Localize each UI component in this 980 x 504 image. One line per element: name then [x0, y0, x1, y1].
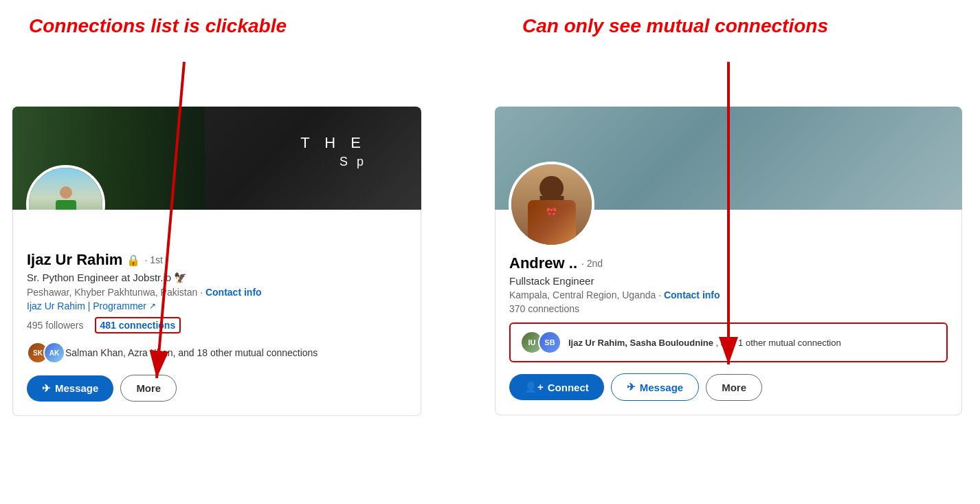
left-profile-location: Peshawar, Khyber Pakhtunwa, Pakistan · C…	[27, 287, 407, 298]
right-contact-link[interactable]: Contact info	[664, 289, 720, 300]
right-mutual-names: Ijaz Ur Rahim, Sasha Bouloudnine	[568, 338, 713, 348]
left-more-button[interactable]: More	[120, 375, 177, 402]
right-profile-panel: 🎀 Andrew .. · 2nd Fullstack Engineer Kam…	[495, 107, 962, 415]
right-mutual-rest: , and 1 other mutual connection	[716, 338, 841, 348]
avatar-image-right: 🎀	[511, 164, 592, 245]
banner-text-sp: S p	[339, 155, 366, 169]
right-profile-location: Kampala, Central Region, Uganda · Contac…	[509, 289, 948, 300]
right-name-row: Andrew .. · 2nd	[509, 254, 948, 272]
right-action-buttons: 👤+ Connect ✈ Message More	[509, 373, 948, 401]
mutual-avatar-2: AK	[43, 342, 65, 364]
right-more-button[interactable]: More	[706, 374, 762, 401]
left-website-row: Ijaz Ur Rahim | Programmer ↗	[27, 300, 407, 311]
left-followers-row: 495 followers 481 connections	[27, 317, 407, 333]
left-annotation: Connections list is clickable	[29, 15, 287, 37]
right-mutual-text: Ijaz Ur Rahim, Sasha Bouloudnine , and 1…	[568, 338, 841, 348]
left-contact-link[interactable]: Contact info	[205, 287, 262, 298]
message-label: Message	[55, 382, 98, 394]
right-mutual-avatar-2: SB	[538, 331, 561, 354]
banner-text-the: T H E	[300, 134, 366, 152]
connect-icon: 👤+	[524, 381, 544, 393]
right-message-button[interactable]: ✈ Message	[611, 373, 699, 401]
right-connect-button[interactable]: 👤+ Connect	[509, 374, 604, 400]
right-mutual-box: IU SB Ijaz Ur Rahim, Sasha Bouloudnine ,…	[509, 322, 948, 362]
right-message-icon: ✈	[627, 381, 636, 393]
left-mutual-text: Salman Khan, Azra Khan, and 18 other mut…	[65, 347, 318, 358]
left-followers-count: 495 followers	[27, 320, 84, 331]
left-profile-name: Ijaz Ur Rahim	[27, 251, 122, 269]
left-degree: · 1st	[144, 254, 162, 265]
left-mutual-row: SK AK Salman Khan, Azra Khan, and 18 oth…	[27, 342, 407, 364]
right-banner: 🎀	[495, 107, 962, 210]
right-mutual-avatars: IU SB	[520, 331, 561, 354]
right-message-label: Message	[640, 382, 683, 393]
left-profile-title: Sr. Python Engineer at Jobstr.io 🦅	[27, 272, 407, 284]
verified-icon: 🔒	[126, 254, 140, 267]
left-profile-panel: T H E S p Ijaz Ur Rahim 🔒 · 1st Sr. Pyth…	[12, 107, 421, 416]
title-text: Sr. Python Engineer at Jobstr.io	[27, 272, 171, 283]
left-mutual-avatars: SK AK	[27, 342, 60, 364]
right-location-text: Kampala, Central Region, Uganda	[509, 289, 656, 300]
left-action-buttons: ✈ Message More	[27, 375, 407, 402]
right-annotation: Can only see mutual connections	[522, 15, 828, 37]
right-degree: · 2nd	[581, 258, 603, 269]
external-link-icon: ↗	[149, 301, 156, 311]
left-name-row: Ijaz Ur Rahim 🔒 · 1st	[27, 251, 407, 269]
message-icon: ✈	[42, 382, 51, 395]
left-banner: T H E S p	[12, 107, 421, 210]
right-avatar: 🎀	[509, 162, 594, 248]
connect-label: Connect	[548, 382, 589, 393]
left-message-button[interactable]: ✈ Message	[27, 375, 113, 402]
right-connections-count: 370 connections	[509, 303, 948, 314]
left-profile-info: Ijaz Ur Rahim 🔒 · 1st Sr. Python Enginee…	[12, 210, 421, 416]
right-profile-name: Andrew ..	[509, 254, 577, 272]
location-text: Peshawar, Khyber Pakhtunwa, Pakistan	[27, 287, 197, 298]
left-website-link[interactable]: Ijaz Ur Rahim | Programmer	[27, 300, 146, 311]
avatar-image-left	[29, 168, 102, 210]
left-connections-link[interactable]: 481 connections	[95, 317, 181, 333]
title-emoji: 🦅	[174, 272, 187, 283]
right-profile-title: Fullstack Engineer	[509, 275, 948, 287]
